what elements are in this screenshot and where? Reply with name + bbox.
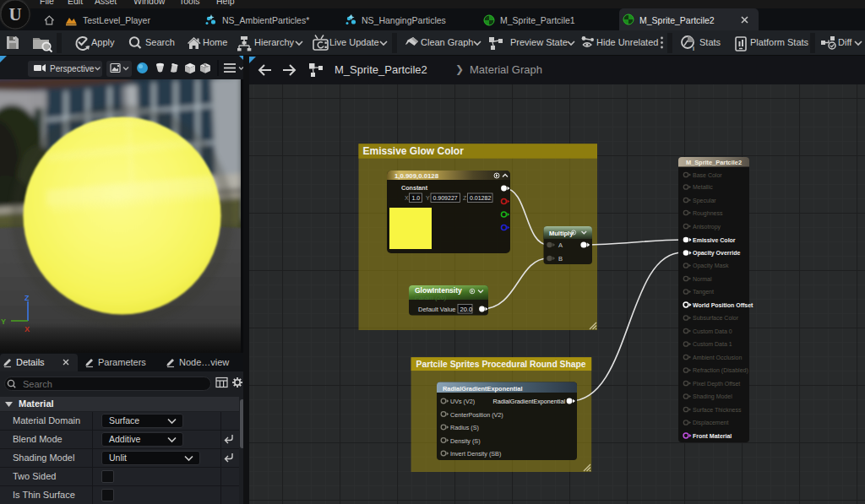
svg-text:Custom Data 0: Custom Data 0 [693,328,732,334]
svg-text:Opacity Mask: Opacity Mask [693,263,729,269]
svg-text:Specular: Specular [693,198,716,204]
svg-text:0.01282: 0.01282 [470,195,491,201]
svg-text:Pixel Depth Offset: Pixel Depth Offset [693,381,740,387]
svg-text:Y: Y [426,195,430,201]
svg-text:Z: Z [24,294,30,302]
svg-text:Roughness: Roughness [693,210,723,217]
svg-text:UVs (V2): UVs (V2) [450,398,475,405]
svg-text:Ambient Occlusion: Ambient Occlusion [693,355,742,360]
svg-text:0.909227: 0.909227 [433,195,458,201]
svg-text:B: B [558,255,563,263]
svg-text:World Position Offset: World Position Offset [693,302,753,308]
svg-text:M_Sprite_Partcile2: M_Sprite_Partcile2 [686,159,742,166]
svg-text:Invert Density (SB): Invert Density (SB) [450,450,501,458]
svg-text:Partcile Sprites Procedural Ro: Partcile Sprites Procedural Round Shape [416,360,586,369]
svg-text:Multiply: Multiply [549,230,574,237]
svg-text:Metallic: Metallic [693,184,713,190]
svg-text:RadialGradientExponential: RadialGradientExponential [443,385,522,393]
svg-text:Subsurface Color: Subsurface Color [693,315,739,321]
svg-text:Custom Data 1: Custom Data 1 [693,341,732,347]
svg-text:Surface Thickness: Surface Thickness [693,407,742,413]
svg-text:Z: Z [463,195,467,201]
svg-text:Front Material: Front Material [693,433,732,439]
svg-text:Shading Model: Shading Model [693,393,732,400]
svg-text:Emissive Color: Emissive Color [693,237,736,243]
svg-text:i: i [693,46,694,51]
svg-text:Default Value: Default Value [418,306,455,313]
svg-text:1.0: 1.0 [412,195,421,201]
svg-text:Base Color: Base Color [693,172,722,178]
svg-text:X: X [405,195,409,201]
svg-text:Emissive Glow Color: Emissive Glow Color [363,145,465,157]
svg-text:Refraction (Disabled): Refraction (Disabled) [693,367,748,374]
svg-text:Opacity Override: Opacity Override [693,250,741,257]
svg-text:Constant: Constant [401,184,428,192]
svg-text:RadialGradientExponential: RadialGradientExponential [492,398,565,405]
svg-text:Density (S): Density (S) [450,437,481,445]
svg-text:Radius (S): Radius (S) [450,424,479,431]
svg-text:U: U [8,4,21,24]
svg-text:Normal: Normal [693,276,712,282]
svg-text:Y: Y [1,317,6,326]
svg-text:1,0.909,0.0128: 1,0.909,0.0128 [394,172,439,180]
svg-text:Displacement: Displacement [693,420,728,426]
svg-text:Anisotropy: Anisotropy [693,224,721,230]
svg-text:A: A [558,241,563,249]
svg-text:Param (20): Param (20) [415,294,447,301]
svg-text:X: X [24,325,30,333]
svg-text:Tangent: Tangent [693,289,714,295]
svg-text:CenterPosition (V2): CenterPosition (V2) [450,411,503,419]
svg-text:20.0: 20.0 [460,306,473,313]
svg-text:Perspective: Perspective [50,64,95,73]
